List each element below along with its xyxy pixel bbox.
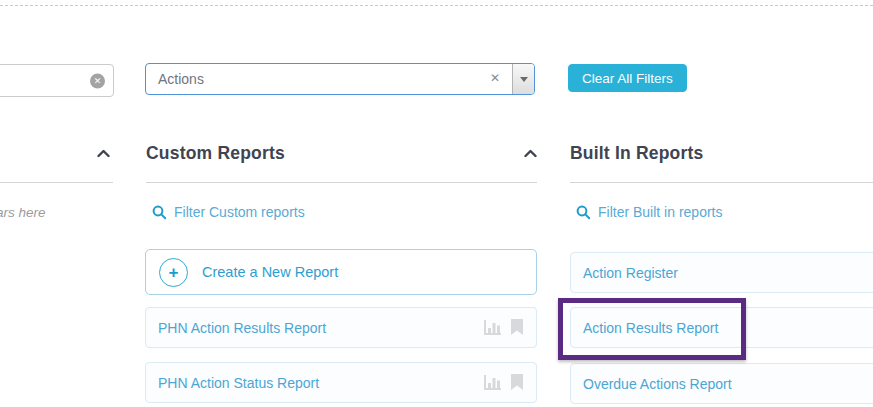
filters-divider: [0, 182, 113, 183]
create-new-report-label: Create a New Report: [202, 264, 338, 280]
built-in-reports-title: Built In Reports: [570, 143, 703, 164]
bar-chart-icon[interactable]: [483, 374, 503, 391]
built-in-report-row-action-register[interactable]: Action Register: [570, 252, 873, 293]
built-in-report-row-action-results[interactable]: Action Results Report: [570, 307, 873, 348]
select-clear-icon[interactable]: ✕: [490, 71, 500, 85]
bar-chart-icon[interactable]: [483, 319, 503, 336]
bookmark-icon[interactable]: [510, 374, 524, 391]
built-in-reports-divider: [570, 182, 873, 183]
reports-screen: ✕ Actions ✕ Clear All Filters ars here C…: [0, 0, 873, 407]
report-row-label: Overdue Actions Report: [583, 376, 873, 392]
custom-report-row-phn-action-results[interactable]: PHN Action Results Report: [145, 307, 537, 348]
report-row-label: Action Register: [583, 265, 873, 281]
report-row-label: Action Results Report: [583, 320, 873, 336]
search-icon: [576, 205, 591, 220]
plus-circle-icon: +: [159, 258, 188, 287]
built-in-report-row-overdue-actions[interactable]: Overdue Actions Report: [570, 363, 873, 404]
filter-custom-reports-label: Filter Custom reports: [174, 204, 305, 220]
top-dashed-divider: [0, 5, 873, 6]
module-select-value: Actions: [158, 71, 204, 87]
clear-all-filters-button[interactable]: Clear All Filters: [568, 64, 687, 92]
filter-text-input[interactable]: ✕: [0, 64, 114, 97]
report-row-label: PHN Action Status Report: [158, 375, 483, 391]
search-icon: [152, 205, 167, 220]
report-row-label: PHN Action Results Report: [158, 320, 483, 336]
create-new-report-button[interactable]: + Create a New Report: [145, 249, 537, 295]
custom-reports-divider: [146, 182, 537, 183]
module-select[interactable]: Actions ✕: [145, 63, 535, 95]
custom-report-row-phn-action-status[interactable]: PHN Action Status Report: [145, 362, 537, 403]
chevron-down-icon[interactable]: [512, 64, 534, 94]
filter-custom-reports-link[interactable]: Filter Custom reports: [152, 204, 305, 220]
custom-reports-title: Custom Reports: [146, 143, 285, 164]
filters-placeholder-text: ars here: [0, 205, 46, 220]
filter-built-in-reports-link[interactable]: Filter Built in reports: [576, 204, 722, 220]
collapse-filters-chevron-up-icon[interactable]: [97, 149, 110, 158]
bookmark-icon[interactable]: [510, 319, 524, 336]
clear-input-icon[interactable]: ✕: [90, 73, 105, 88]
collapse-custom-chevron-up-icon[interactable]: [524, 149, 537, 158]
filter-built-in-reports-label: Filter Built in reports: [598, 204, 722, 220]
